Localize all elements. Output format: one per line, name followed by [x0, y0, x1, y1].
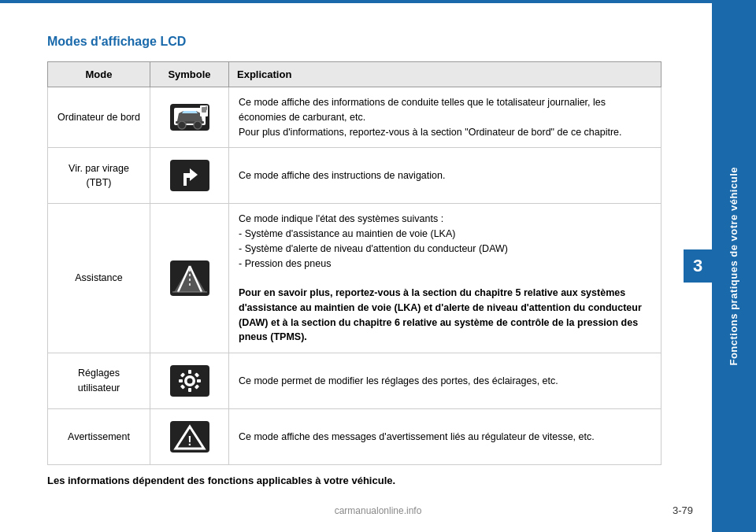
sidebar: Fonctions pratiques de votre véhicule [712, 0, 756, 532]
explication-cell: Ce mode affiche des messages d'avertisse… [229, 409, 662, 465]
chapter-badge: 3 [684, 249, 712, 283]
car-icon [166, 98, 213, 137]
svg-rect-20 [188, 388, 191, 392]
col-header-mode: Mode [48, 62, 150, 87]
sidebar-label: Fonctions pratiques de votre véhicule [727, 167, 741, 366]
col-header-explication: Explication [229, 62, 662, 87]
assistance-bold-text: Pour en savoir plus, reportez-vous à la … [239, 287, 642, 342]
settings-icon [166, 361, 213, 401]
explication-cell-assistance: Ce mode indique l'état des systèmes suiv… [229, 204, 662, 353]
mode-cell: Vir. par virage (TBT) [48, 148, 150, 204]
road-assist-icon [166, 257, 213, 300]
watermark: carmanualonline.info [335, 505, 422, 516]
page-number: 3-79 [673, 504, 693, 516]
symbol-cell [150, 87, 229, 148]
svg-point-18 [187, 379, 192, 384]
main-content: Modes d'affichage LCD Mode Symbole Expli… [0, 3, 709, 518]
table-row: Assistance [48, 204, 662, 353]
mode-cell: Avertissement [48, 409, 150, 465]
table-row: Vir. par virage (TBT) Ce mode affiche de… [48, 148, 662, 204]
mode-cell: Réglages utilisateur [48, 353, 150, 409]
table-row: Ordinateur de bord [48, 87, 662, 148]
footnote: Les informations dépendent des fonctions… [47, 475, 662, 486]
svg-point-3 [178, 121, 186, 129]
explication-cell: Ce mode permet de modifier les réglages … [229, 353, 662, 409]
symbol-cell: ! [150, 409, 229, 465]
mode-cell: Ordinateur de bord [48, 87, 150, 148]
svg-text:!: ! [187, 434, 191, 448]
col-header-symbol: Symbole [150, 62, 229, 87]
explication-cell: Ce mode affiche des instructions de navi… [229, 148, 662, 204]
explication-cell: Ce mode affiche des informations de cond… [229, 87, 662, 148]
svg-rect-21 [179, 379, 183, 382]
svg-rect-7 [206, 106, 207, 110]
table-row: Réglages utilisateur [48, 353, 662, 409]
symbol-cell [150, 148, 229, 204]
arrow-turn-icon [166, 156, 213, 195]
table-row: Avertissement ! Ce mode affiche des mess… [48, 409, 662, 465]
svg-rect-22 [197, 379, 201, 382]
svg-point-4 [194, 121, 202, 129]
modes-table: Mode Symbole Explication Ordinateur de b… [47, 61, 662, 465]
symbol-cell [150, 353, 229, 409]
svg-rect-19 [188, 370, 191, 374]
mode-cell: Assistance [48, 204, 150, 353]
page-title: Modes d'affichage LCD [47, 35, 662, 49]
symbol-cell [150, 204, 229, 353]
warning-icon: ! [166, 417, 213, 456]
